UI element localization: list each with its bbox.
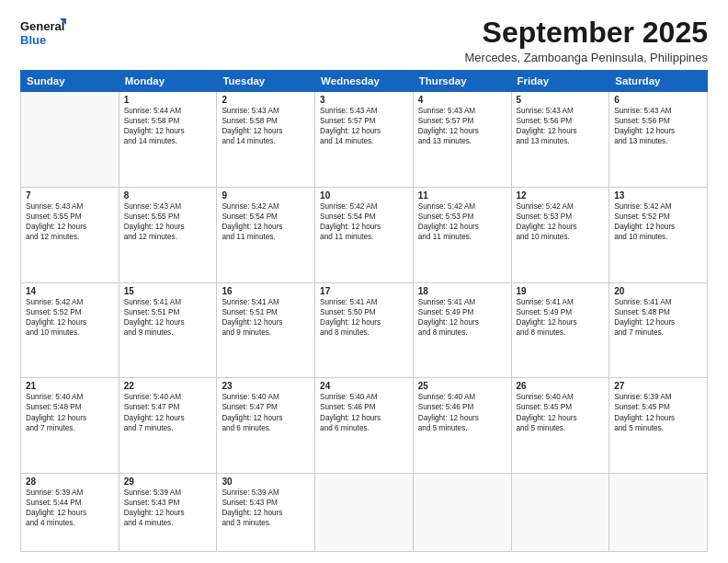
cell-info-line: Sunrise: 5:39 AM bbox=[124, 488, 212, 498]
cell-info-line: Daylight: 12 hours bbox=[26, 222, 114, 232]
day-number: 4 bbox=[418, 95, 506, 105]
day-number: 21 bbox=[26, 381, 114, 391]
cell-info-line: Sunset: 5:53 PM bbox=[418, 212, 506, 222]
cell-info-line: and 8 minutes. bbox=[320, 327, 408, 338]
day-number: 12 bbox=[517, 190, 605, 201]
day-number: 27 bbox=[614, 381, 702, 391]
cell-info-line: Daylight: 12 hours bbox=[418, 126, 506, 136]
calendar-cell: 10Sunrise: 5:42 AMSunset: 5:54 PMDayligh… bbox=[315, 187, 414, 282]
cell-info-line: Sunset: 5:57 PM bbox=[418, 116, 506, 126]
calendar-cell: 4Sunrise: 5:43 AMSunset: 5:57 PMDaylight… bbox=[413, 92, 511, 188]
cell-info-line: and 12 minutes. bbox=[26, 232, 114, 242]
day-number: 13 bbox=[614, 190, 702, 201]
day-number: 10 bbox=[320, 190, 408, 201]
cell-info-line: Sunset: 5:52 PM bbox=[26, 307, 114, 317]
cell-info-line: Sunset: 5:58 PM bbox=[222, 116, 310, 126]
cell-info-line: and 14 minutes. bbox=[320, 136, 408, 146]
day-number: 8 bbox=[124, 190, 212, 201]
cell-info-line: Sunset: 5:46 PM bbox=[320, 402, 408, 412]
cell-info-line: Sunrise: 5:42 AM bbox=[26, 297, 114, 307]
day-number: 2 bbox=[222, 95, 310, 105]
cell-info-line: and 6 minutes. bbox=[222, 423, 310, 433]
cell-info-line: Sunset: 5:54 PM bbox=[222, 212, 310, 222]
cell-info-line: Daylight: 12 hours bbox=[517, 222, 605, 232]
calendar-cell: 26Sunrise: 5:40 AMSunset: 5:45 PMDayligh… bbox=[511, 378, 609, 474]
cell-info-line: and 11 minutes. bbox=[418, 232, 506, 242]
cell-info-line: Sunrise: 5:43 AM bbox=[517, 106, 605, 116]
location-subtitle: Mercedes, Zamboanga Peninsula, Philippin… bbox=[465, 51, 709, 64]
day-number: 17 bbox=[320, 286, 408, 296]
calendar-cell: 13Sunrise: 5:42 AMSunset: 5:52 PMDayligh… bbox=[609, 187, 708, 282]
cell-info-line: Sunrise: 5:43 AM bbox=[124, 201, 212, 212]
cell-info-line: and 11 minutes. bbox=[320, 232, 408, 242]
cell-info-line: Sunset: 5:57 PM bbox=[320, 116, 408, 126]
cell-info-line: Sunrise: 5:43 AM bbox=[26, 201, 114, 212]
calendar-cell bbox=[315, 474, 414, 552]
cell-info-line: Sunrise: 5:41 AM bbox=[124, 297, 212, 307]
cell-info-line: Sunset: 5:45 PM bbox=[517, 402, 605, 412]
cell-info-line: Sunset: 5:47 PM bbox=[222, 402, 310, 412]
cell-info-line: Daylight: 12 hours bbox=[614, 413, 702, 423]
cell-info-line: Daylight: 12 hours bbox=[222, 508, 310, 518]
calendar-cell: 17Sunrise: 5:41 AMSunset: 5:50 PMDayligh… bbox=[315, 282, 414, 378]
cell-info-line: Sunrise: 5:41 AM bbox=[614, 297, 702, 307]
logo: General Blue bbox=[20, 17, 66, 50]
cell-info-line: Sunrise: 5:42 AM bbox=[222, 201, 310, 212]
cell-info-line: Sunrise: 5:42 AM bbox=[320, 201, 408, 212]
calendar-cell: 19Sunrise: 5:41 AMSunset: 5:49 PMDayligh… bbox=[511, 282, 609, 378]
cell-info-line: Sunset: 5:51 PM bbox=[222, 307, 310, 317]
day-number: 25 bbox=[418, 381, 506, 391]
day-number: 22 bbox=[124, 381, 212, 391]
cell-info-line: Sunrise: 5:41 AM bbox=[320, 297, 408, 307]
cell-info-line: and 10 minutes. bbox=[614, 232, 702, 242]
cell-info-line: and 9 minutes. bbox=[222, 327, 310, 338]
calendar-cell: 24Sunrise: 5:40 AMSunset: 5:46 PMDayligh… bbox=[315, 378, 414, 474]
cell-info-line: and 13 minutes. bbox=[614, 136, 702, 146]
cell-info-line: Daylight: 12 hours bbox=[418, 413, 506, 423]
cell-info-line: and 14 minutes. bbox=[124, 136, 212, 146]
cell-info-line: and 13 minutes. bbox=[517, 136, 605, 146]
month-title: September 2025 bbox=[465, 17, 709, 49]
calendar-cell: 8Sunrise: 5:43 AMSunset: 5:55 PMDaylight… bbox=[119, 187, 217, 282]
cell-info-line: Sunrise: 5:42 AM bbox=[418, 201, 506, 212]
calendar-cell: 3Sunrise: 5:43 AMSunset: 5:57 PMDaylight… bbox=[315, 92, 414, 188]
day-number: 19 bbox=[517, 286, 605, 296]
calendar-cell: 21Sunrise: 5:40 AMSunset: 5:48 PMDayligh… bbox=[21, 378, 119, 474]
calendar-cell: 5Sunrise: 5:43 AMSunset: 5:56 PMDaylight… bbox=[511, 92, 609, 188]
cell-info-line: Sunset: 5:52 PM bbox=[614, 212, 702, 222]
day-number: 15 bbox=[124, 286, 212, 296]
cell-info-line: Daylight: 12 hours bbox=[614, 222, 702, 232]
cell-info-line: Daylight: 12 hours bbox=[517, 413, 605, 423]
calendar-cell: 30Sunrise: 5:39 AMSunset: 5:43 PMDayligh… bbox=[217, 474, 315, 552]
calendar-cell: 2Sunrise: 5:43 AMSunset: 5:58 PMDaylight… bbox=[217, 92, 315, 188]
day-number: 7 bbox=[26, 190, 114, 201]
cell-info-line: Daylight: 12 hours bbox=[26, 413, 114, 423]
cell-info-line: Sunrise: 5:39 AM bbox=[26, 488, 114, 498]
logo-svg: General Blue bbox=[20, 17, 66, 50]
day-number: 29 bbox=[124, 477, 212, 487]
cell-info-line: Daylight: 12 hours bbox=[517, 317, 605, 327]
cell-info-line: Daylight: 12 hours bbox=[418, 222, 506, 232]
day-number: 3 bbox=[320, 95, 408, 105]
cell-info-line: Sunrise: 5:43 AM bbox=[320, 106, 408, 116]
calendar-cell: 14Sunrise: 5:42 AMSunset: 5:52 PMDayligh… bbox=[21, 282, 119, 378]
cell-info-line: Sunset: 5:48 PM bbox=[614, 307, 702, 317]
cell-info-line: and 10 minutes. bbox=[517, 232, 605, 242]
day-number: 1 bbox=[124, 95, 212, 105]
calendar-cell bbox=[413, 474, 511, 552]
cell-info-line: and 8 minutes. bbox=[517, 327, 605, 338]
cell-info-line: Daylight: 12 hours bbox=[614, 317, 702, 327]
cell-info-line: Daylight: 12 hours bbox=[517, 126, 605, 136]
cell-info-line: and 7 minutes. bbox=[614, 327, 702, 338]
calendar-cell bbox=[511, 474, 609, 552]
cell-info-line: and 13 minutes. bbox=[418, 136, 506, 146]
calendar-cell: 18Sunrise: 5:41 AMSunset: 5:49 PMDayligh… bbox=[413, 282, 511, 378]
cell-info-line: Sunset: 5:47 PM bbox=[124, 402, 212, 412]
cell-info-line: Daylight: 12 hours bbox=[124, 126, 212, 136]
day-number: 11 bbox=[418, 190, 506, 201]
cell-info-line: and 14 minutes. bbox=[222, 136, 310, 146]
cell-info-line: Sunrise: 5:40 AM bbox=[26, 392, 114, 402]
cell-info-line: Sunrise: 5:41 AM bbox=[222, 297, 310, 307]
cell-info-line: Sunrise: 5:41 AM bbox=[418, 297, 506, 307]
cell-info-line: Sunrise: 5:43 AM bbox=[418, 106, 506, 116]
